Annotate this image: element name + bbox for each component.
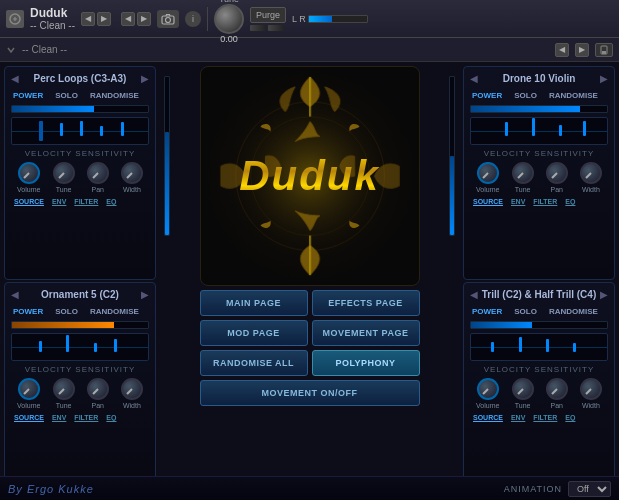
- app-logo: [6, 10, 24, 28]
- knob-circle-pan-tr[interactable]: [546, 162, 568, 184]
- panel-bl-arrow-right[interactable]: ▶: [141, 289, 149, 300]
- solo-btn-tr[interactable]: SOLO: [512, 90, 539, 101]
- tune-area: Tune 0.00: [214, 0, 244, 44]
- knob-circle-pan-tl[interactable]: [87, 162, 109, 184]
- panel-top-right-controls: POWER SOLO RANDOMISE: [470, 90, 608, 101]
- tab-env-tr[interactable]: ENV: [508, 197, 528, 206]
- level-bar-br: [470, 321, 608, 329]
- panel-br-arrow-right[interactable]: ▶: [600, 289, 608, 300]
- tabs-tl: SOURCE ENV FILTER EQ: [11, 197, 149, 206]
- lr-indicator: L R: [292, 14, 368, 24]
- randomise-btn-tl[interactable]: RANDOMISE: [88, 90, 141, 101]
- knob-volume-tl: Volume: [17, 162, 40, 193]
- knob-circle-volume-br[interactable]: [477, 378, 499, 400]
- knob-circle-tune-tl[interactable]: [53, 162, 75, 184]
- solo-btn-tl[interactable]: SOLO: [53, 90, 80, 101]
- power-btn-bl[interactable]: POWER: [11, 306, 45, 317]
- vel-label-tl: VELOCITY SENSITIVITY: [11, 149, 149, 158]
- tune-label: Tune: [219, 0, 239, 4]
- tab-filter-tl[interactable]: FILTER: [71, 197, 101, 206]
- panel-bl-arrow-left[interactable]: ◀: [11, 289, 19, 300]
- tune-value: 0.00: [220, 34, 238, 44]
- tab-env-br[interactable]: ENV: [508, 413, 528, 422]
- tab-source-br[interactable]: SOURCE: [470, 413, 506, 422]
- button-row-4: MOVEMENT ON/OFF: [200, 380, 420, 406]
- tab-source-tr[interactable]: SOURCE: [470, 197, 506, 206]
- tab-filter-tr[interactable]: FILTER: [530, 197, 560, 206]
- knob-circle-volume-tr[interactable]: [477, 162, 499, 184]
- power-btn-tl[interactable]: POWER: [11, 90, 45, 101]
- effects-page-button[interactable]: EFFECTS PAGE: [312, 290, 420, 316]
- knob-circle-volume-tl[interactable]: [18, 162, 40, 184]
- panel-tr-arrow-left[interactable]: ◀: [470, 73, 478, 84]
- tab-filter-bl[interactable]: FILTER: [71, 413, 101, 422]
- knob-circle-tune-br[interactable]: [512, 378, 534, 400]
- panel-bottom-left-header: ◀ Ornament 5 (C2) ▶: [11, 289, 149, 300]
- main-page-button[interactable]: MAIN PAGE: [200, 290, 308, 316]
- movement-on-off-button[interactable]: MOVEMENT ON/OFF: [200, 380, 420, 406]
- power-btn-br[interactable]: POWER: [470, 306, 504, 317]
- polyphony-button[interactable]: POLYPHONY: [312, 350, 420, 376]
- tune-knob[interactable]: [214, 4, 244, 34]
- tab-source-tl[interactable]: SOURCE: [11, 197, 47, 206]
- knob-circle-tune-bl[interactable]: [53, 378, 75, 400]
- panel-top-left-arrow-right[interactable]: ▶: [141, 73, 149, 84]
- panel-top-left: ◀ Perc Loops (C3-A3) ▶ POWER SOLO RANDOM…: [4, 66, 156, 280]
- tab-filter-br[interactable]: FILTER: [530, 413, 560, 422]
- vel-label-tr: VELOCITY SENSITIVITY: [470, 149, 608, 158]
- save-icon[interactable]: [595, 43, 613, 57]
- tab-eq-br[interactable]: EQ: [562, 413, 578, 422]
- vel-label-br: VELOCITY SENSITIVITY: [470, 365, 608, 374]
- tab-eq-tl[interactable]: EQ: [103, 197, 119, 206]
- power-btn-tr[interactable]: POWER: [470, 90, 504, 101]
- panel-top-left-arrow-left[interactable]: ◀: [11, 73, 19, 84]
- nav-left-btn[interactable]: ◀: [81, 12, 95, 26]
- second-nav-left[interactable]: ◀: [555, 43, 569, 57]
- randomise-btn-tr[interactable]: RANDOMISE: [547, 90, 600, 101]
- meter-fill: [309, 16, 332, 22]
- tab-eq-tr[interactable]: EQ: [562, 197, 578, 206]
- knob-width-tl: Width: [121, 162, 143, 193]
- nav-down-btn[interactable]: ▶: [137, 12, 151, 26]
- knob-label-width-tr: Width: [582, 186, 600, 193]
- knob-tune-bl: Tune: [53, 378, 75, 409]
- panel-top-left-controls: POWER SOLO RANDOMISE: [11, 90, 149, 101]
- knob-circle-tune-tr[interactable]: [512, 162, 534, 184]
- randomise-btn-br[interactable]: RANDOMISE: [547, 306, 600, 317]
- knob-circle-width-bl[interactable]: [121, 378, 143, 400]
- animation-area: ANIMATION Off On: [504, 481, 611, 497]
- movement-page-button[interactable]: MOVEMENT PAGE: [312, 320, 420, 346]
- mod-page-button[interactable]: MOD PAGE: [200, 320, 308, 346]
- randomise-btn-bl[interactable]: RANDOMISE: [88, 306, 141, 317]
- level-fill-tl: [12, 106, 94, 112]
- knob-circle-width-tr[interactable]: [580, 162, 602, 184]
- tabs-br: SOURCE ENV FILTER EQ: [470, 413, 608, 422]
- randomise-all-button[interactable]: RANDOMISE ALL: [200, 350, 308, 376]
- tab-source-bl[interactable]: SOURCE: [11, 413, 47, 422]
- knob-tune-tr: Tune: [512, 162, 534, 193]
- purge-button[interactable]: Purge: [250, 7, 286, 23]
- solo-btn-br[interactable]: SOLO: [512, 306, 539, 317]
- panel-br-arrow-left[interactable]: ◀: [470, 289, 478, 300]
- solo-btn-bl[interactable]: SOLO: [53, 306, 80, 317]
- knob-circle-volume-bl[interactable]: [18, 378, 40, 400]
- tab-env-bl[interactable]: ENV: [49, 413, 69, 422]
- nav-up-btn[interactable]: ◀: [121, 12, 135, 26]
- tab-eq-bl[interactable]: EQ: [103, 413, 119, 422]
- camera-icon[interactable]: [157, 10, 179, 28]
- knob-circle-width-br[interactable]: [580, 378, 602, 400]
- knob-circle-pan-bl[interactable]: [87, 378, 109, 400]
- knob-circle-pan-br[interactable]: [546, 378, 568, 400]
- animation-select[interactable]: Off On: [568, 481, 611, 497]
- panel-bottom-left-title: Ornament 5 (C2): [19, 289, 141, 300]
- info-icon[interactable]: i: [185, 11, 201, 27]
- waveform-tr: [470, 117, 608, 145]
- second-nav-right[interactable]: ▶: [575, 43, 589, 57]
- knob-circle-width-tl[interactable]: [121, 162, 143, 184]
- tab-env-tl[interactable]: ENV: [49, 197, 69, 206]
- level-bar-tl: [11, 105, 149, 113]
- main-area: ◀ Perc Loops (C3-A3) ▶ POWER SOLO RANDOM…: [0, 62, 619, 500]
- panel-tr-arrow-right[interactable]: ▶: [600, 73, 608, 84]
- knob-label-width-bl: Width: [123, 402, 141, 409]
- nav-right-btn[interactable]: ▶: [97, 12, 111, 26]
